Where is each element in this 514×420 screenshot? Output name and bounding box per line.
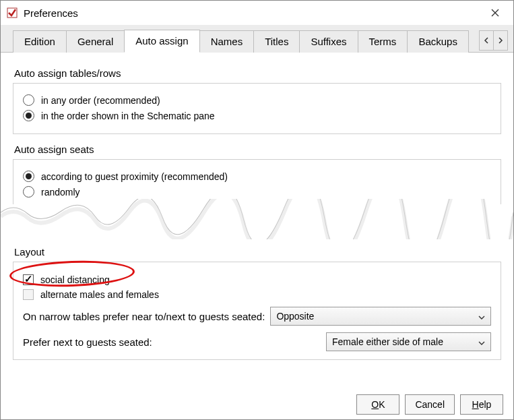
tab-suffixes[interactable]: Suffixes — [299, 30, 358, 53]
tab-general[interactable]: General — [66, 30, 125, 53]
radio-proximity[interactable] — [23, 171, 34, 182]
prefer-next-value: Female either side of male — [332, 336, 443, 347]
lower-content: Layout social distancing alternate males… — [1, 246, 513, 360]
narrow-tables-value: Opposite — [276, 311, 314, 322]
tab-titles[interactable]: Titles — [253, 30, 300, 53]
tab-edition[interactable]: Edition — [13, 30, 67, 53]
radio-any-order[interactable] — [23, 94, 34, 106]
tab-scroll-left[interactable] — [479, 30, 494, 51]
tab-names[interactable]: Names — [199, 30, 255, 53]
chevron-left-icon — [484, 37, 489, 44]
prefer-next-label: Prefer next to guests seated: — [23, 336, 319, 348]
title-bar: Preferences — [1, 1, 513, 25]
content-area: Auto assign tables/rows in any order (re… — [1, 53, 513, 204]
tab-scroll-right[interactable] — [493, 30, 508, 51]
help-button[interactable]: Help — [460, 394, 503, 415]
layout-label: Layout — [14, 246, 501, 258]
radio-randomly-label: randomly — [41, 187, 80, 198]
radio-randomly[interactable] — [23, 186, 34, 198]
tab-auto-assign[interactable]: Auto assign — [124, 30, 199, 53]
checkbox-alternate[interactable] — [23, 289, 34, 300]
chevron-down-icon — [478, 336, 485, 347]
tab-strip: Edition General Auto assign Names Titles… — [1, 25, 513, 53]
auto-assign-tables-group: in any order (recommended) in the order … — [13, 83, 501, 134]
cancel-button[interactable]: Cancel — [405, 394, 455, 415]
torn-edge — [1, 207, 513, 227]
auto-assign-seats-group: according to guest proximity (recommende… — [13, 159, 501, 204]
prefer-next-combo[interactable]: Female either side of male — [326, 332, 491, 351]
alternate-label: alternate males and females — [40, 289, 159, 300]
radio-proximity-label: according to guest proximity (recommende… — [41, 171, 228, 182]
radio-schematic-order[interactable] — [23, 110, 34, 121]
auto-assign-seats-label: Auto assign seats — [14, 144, 501, 155]
tab-backups[interactable]: Backups — [407, 30, 469, 53]
ok-button[interactable]: OK — [356, 394, 399, 415]
radio-any-order-label: in any order (recommended) — [41, 95, 160, 106]
narrow-tables-label: On narrow tables prefer near to/next to … — [23, 311, 265, 322]
close-button[interactable] — [480, 2, 511, 24]
tab-terms[interactable]: Terms — [358, 30, 408, 53]
app-icon — [6, 7, 18, 19]
narrow-tables-combo[interactable]: Opposite — [270, 307, 491, 326]
radio-schematic-order-label: in the order shown in the Schematic pane — [41, 111, 215, 121]
dialog-buttons: OK Cancel Help — [356, 394, 503, 415]
checkbox-social-distancing[interactable] — [23, 274, 34, 285]
social-distancing-label: social distancing — [40, 274, 110, 285]
layout-group: social distancing alternate males and fe… — [13, 262, 501, 360]
chevron-right-icon — [498, 37, 503, 44]
auto-assign-tables-label: Auto assign tables/rows — [14, 67, 501, 79]
chevron-down-icon — [478, 311, 485, 322]
close-icon — [491, 9, 499, 17]
window-title: Preferences — [24, 7, 480, 19]
